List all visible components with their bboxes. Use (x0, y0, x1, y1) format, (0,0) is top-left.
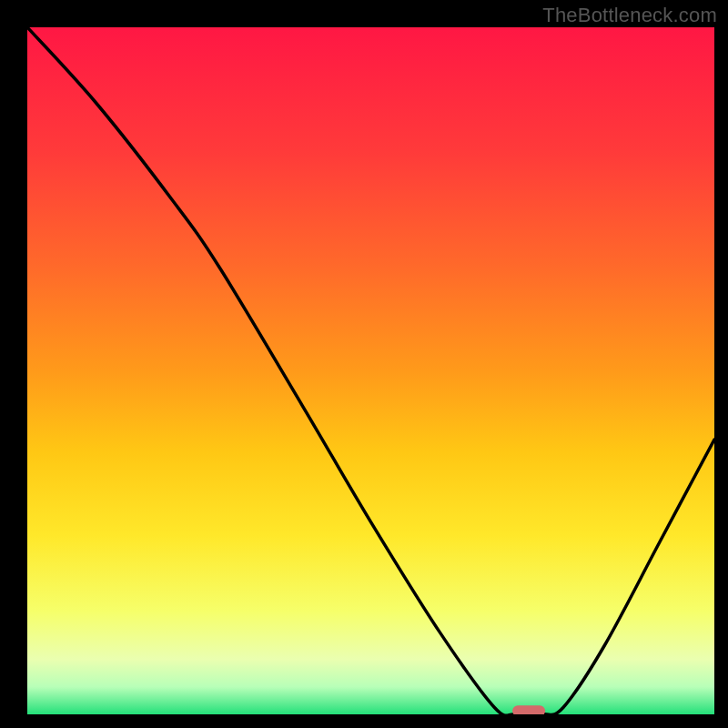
plot-svg (27, 27, 714, 714)
gradient-background (27, 27, 714, 714)
plot-area (27, 27, 714, 714)
optimal-marker (512, 705, 545, 714)
chart-container: TheBottleneck.com (0, 0, 728, 728)
watermark-text: TheBottleneck.com (542, 4, 717, 27)
